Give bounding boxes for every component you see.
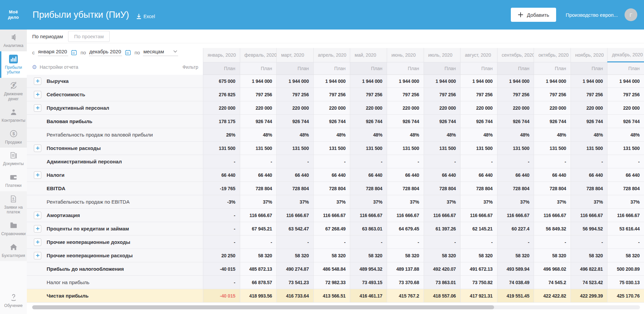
value-cell: 72 982.33 [313, 276, 350, 289]
sidebar: АналитикаПрибыли убытки₽Движение денегКо… [0, 30, 27, 314]
column-header-8[interactable]: август, 2020 [460, 48, 497, 62]
value-cell: - [387, 155, 424, 168]
column-header-11[interactable]: ноябрь, 2020 [571, 48, 607, 62]
value-cell: 73 750.82 [460, 276, 497, 289]
expand-button[interactable] [34, 171, 41, 179]
plan-subheader: План [571, 62, 607, 75]
expand-button[interactable] [34, 212, 41, 219]
expand-button[interactable] [34, 145, 41, 152]
sidebar-item-2[interactable]: Прибыли убытки [0, 51, 27, 78]
granularity-select[interactable]: месяцам [143, 49, 178, 56]
value-cell: 1 944 000 [571, 74, 607, 88]
expand-button[interactable] [34, 91, 41, 98]
value-cell: - [240, 155, 277, 168]
sidebar-item-1[interactable]: Аналитика [0, 30, 27, 51]
value-cell: 37% [460, 195, 497, 209]
value-cell: 75 030.13 [607, 276, 644, 289]
row-label: Налог на прибыль [47, 279, 90, 285]
scrollbar-thumb[interactable] [32, 305, 494, 309]
expand-button[interactable] [34, 77, 41, 85]
value-cell: 489 954.32 [350, 262, 387, 276]
sidebar-item-7[interactable]: Платежи [0, 169, 27, 191]
app-logo[interactable]: Моё дело [0, 9, 27, 20]
column-header-7[interactable]: июль, 2020 [424, 48, 461, 62]
value-cell: 675 000 [203, 74, 240, 88]
value-cell: - [387, 235, 424, 249]
sidebar-item-5[interactable]: $Продажи [0, 126, 27, 148]
column-header-5[interactable]: май, 2020 [350, 48, 387, 62]
sidebar-item-9[interactable]: Справочники [0, 218, 27, 240]
horizontal-scrollbar[interactable] [32, 305, 640, 309]
sidebar-item-11[interactable]: Обучение [0, 290, 27, 311]
value-cell: 74 038.49 [497, 276, 534, 289]
sidebar-item-6[interactable]: Документы [0, 148, 27, 169]
value-cell: 66 878.57 [240, 276, 277, 289]
company-switcher[interactable]: Производство европ... [566, 12, 618, 18]
value-cell: 64 679.45 [387, 222, 424, 235]
add-button[interactable]: Добавить [511, 8, 556, 22]
tab-by-projects[interactable]: По проектам [68, 31, 110, 42]
date-to-label: по [80, 50, 86, 55]
excel-export-link[interactable]: Excel [137, 14, 155, 19]
row-label: Валовая прибыль [47, 118, 92, 124]
value-cell: 797 256 [350, 88, 387, 101]
calendar-icon[interactable] [71, 50, 77, 55]
column-header-12[interactable]: декабрь, 2020 [607, 48, 644, 62]
column-header-4[interactable]: апрель, 2020 [313, 48, 350, 62]
value-cell: 797 256 [497, 88, 534, 101]
column-header-6[interactable]: июнь, 2020 [387, 48, 424, 62]
avatar[interactable]: Г [625, 8, 637, 21]
row-label-cell: Налог на прибыль [27, 276, 203, 289]
sidebar-item-3[interactable]: ₽Движение денег [0, 78, 27, 104]
value-cell: 220 000 [607, 101, 644, 115]
filter-button[interactable]: Фильтр [182, 64, 198, 70]
value-cell: 422 299.39 [571, 289, 607, 303]
value-cell: 489 137.88 [387, 262, 424, 276]
plan-subheader: План [276, 62, 313, 75]
row-label-cell: Административный персонал [27, 155, 203, 168]
column-header-3[interactable]: март, 2020 [276, 48, 313, 62]
expand-button[interactable] [34, 252, 41, 259]
value-cell: 728 804 [460, 182, 497, 195]
value-cell: 37% [276, 195, 313, 209]
expand-button[interactable] [34, 104, 41, 112]
value-cell: 220 000 [497, 101, 534, 115]
sidebar-item-4[interactable]: Контрагенты [0, 104, 27, 126]
plus-icon [518, 12, 523, 17]
expand-button[interactable] [34, 239, 41, 246]
sidebar-item-label: Платежи [5, 183, 22, 188]
row-label: Постоянные расходы [47, 145, 101, 151]
value-cell: - [276, 235, 313, 249]
column-header-9[interactable]: сентябрь, 2020 [497, 48, 534, 62]
education-icon [9, 293, 18, 302]
column-header-10[interactable]: октябрь, 2020 [534, 48, 571, 62]
value-cell: -19 765 [203, 182, 240, 195]
date-to-input[interactable]: декабрь 2020 [89, 49, 122, 56]
value-cell: 116 666.67 [240, 209, 277, 222]
value-cell: 220 000 [276, 101, 313, 115]
report-settings-button[interactable]: ⚙︎ Настройки отчета [32, 64, 78, 70]
value-cell: 131 500 [387, 142, 424, 155]
value-cell: 131 500 [460, 142, 497, 155]
value-cell: 728 804 [607, 182, 644, 195]
date-from-input[interactable]: января 2020 [38, 49, 68, 56]
sidebar-item-10[interactable]: Бухгалтерия [0, 240, 27, 261]
calendar-icon[interactable] [125, 50, 131, 55]
value-cell: 48% [387, 128, 424, 142]
table-row: Налоги66 44066 44066 44066 44066 44066 4… [27, 168, 644, 182]
value-cell: -40 015 [203, 289, 240, 303]
row-label-cell: Чистая прибыль [27, 289, 203, 303]
sidebar-item-8[interactable]: $Заявки на платеж [0, 191, 27, 218]
value-cell: 926 744 [534, 115, 571, 128]
main-content: По периодам По проектам с января 2020 [27, 0, 644, 309]
plan-subheader: План [387, 62, 424, 75]
column-header-2[interactable]: февраль, 2020 [240, 48, 277, 62]
value-cell: 37% [607, 195, 644, 209]
tab-by-periods[interactable]: По периодам [32, 34, 63, 39]
value-cell: 490 274.87 [276, 262, 313, 276]
expand-button[interactable] [34, 225, 41, 232]
payments-icon [9, 173, 17, 181]
value-cell: 48% [497, 128, 534, 142]
column-header-1[interactable]: январь, 2020 [203, 48, 240, 62]
value-cell: 58 320 [460, 249, 497, 262]
